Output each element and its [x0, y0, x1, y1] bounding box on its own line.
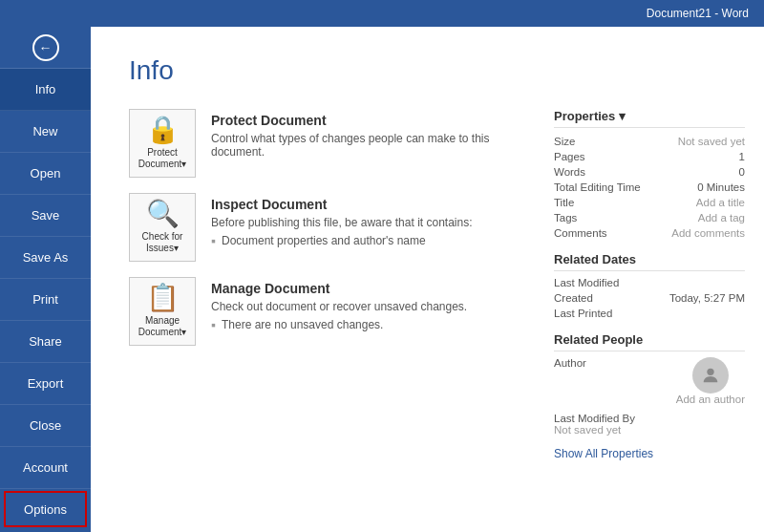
- inspect-document-text: Inspect Document Before publishing this …: [211, 193, 473, 248]
- inspect-document-item: 🔍 Check forIssues▾ Inspect Document Befo…: [129, 193, 516, 262]
- lock-icon: 🔒: [146, 117, 180, 143]
- prop-title-label: Title: [554, 197, 640, 208]
- prop-words-label: Words: [554, 166, 640, 178]
- info-items-panel: 🔒 ProtectDocument▾ Protect Document Cont…: [129, 109, 516, 513]
- prop-words: Words 0: [554, 166, 745, 178]
- sidebar-item-new[interactable]: New: [0, 111, 91, 153]
- manage-document-item: 📋 ManageDocument▾ Manage Document Check …: [129, 277, 516, 346]
- content-body: 🔒 ProtectDocument▾ Protect Document Cont…: [129, 109, 764, 513]
- protect-document-desc: Control what types of changes people can…: [211, 132, 516, 159]
- sidebar-item-share[interactable]: Share: [0, 321, 91, 363]
- prop-title: Title Add a title: [554, 197, 745, 208]
- title-bar-text: Document21 - Word: [647, 7, 749, 20]
- sidebar-item-save[interactable]: Save: [0, 195, 91, 237]
- properties-panel: Properties ▾ Size Not saved yet Pages 1 …: [554, 109, 764, 513]
- properties-heading[interactable]: Properties ▾: [554, 109, 745, 128]
- sidebar-item-print[interactable]: Print: [0, 279, 91, 321]
- author-row: Author Add an author: [554, 357, 745, 405]
- manage-subitem-1: ▪ There are no unsaved changes.: [211, 317, 467, 332]
- bullet-icon: ▪: [211, 233, 216, 248]
- back-icon: ←: [32, 34, 59, 61]
- protect-document-text: Protect Document Control what types of c…: [211, 109, 516, 161]
- main-content: Info 🔒 ProtectDocument▾ Protect Document…: [91, 27, 764, 532]
- prop-words-value: 0: [739, 166, 745, 178]
- app-container: ← Info New Open Save Save As Print Share…: [0, 27, 764, 532]
- last-modified-by-label: Last Modified By: [554, 413, 745, 424]
- prop-comments-label: Comments: [554, 227, 640, 239]
- manage-document-title: Manage Document: [211, 281, 467, 296]
- prop-editing-time-label: Total Editing Time: [554, 181, 641, 193]
- prop-size-value: Not saved yet: [678, 136, 745, 147]
- prop-size: Size Not saved yet: [554, 136, 745, 147]
- sidebar-item-export[interactable]: Export: [0, 363, 91, 405]
- related-date-created: Created Today, 5:27 PM: [554, 292, 745, 304]
- last-printed-label: Last Printed: [554, 308, 612, 319]
- inspect-icon: 🔍: [146, 201, 180, 227]
- prop-editing-time-value: 0 Minutes: [697, 181, 745, 193]
- last-modified-by-value: Not saved yet: [554, 424, 745, 436]
- back-button[interactable]: ←: [0, 27, 91, 69]
- manage-icon: 📋: [146, 285, 180, 311]
- sidebar: ← Info New Open Save Save As Print Share…: [0, 27, 91, 532]
- prop-editing-time: Total Editing Time 0 Minutes: [554, 181, 745, 193]
- avatar: [692, 357, 729, 394]
- inspect-document-desc: Before publishing this file, be aware th…: [211, 216, 473, 229]
- manage-document-text: Manage Document Check out document or re…: [211, 277, 467, 332]
- author-info: Author: [554, 357, 667, 371]
- manage-document-button[interactable]: 📋 ManageDocument▾: [129, 277, 196, 346]
- prop-title-value[interactable]: Add a title: [696, 197, 745, 208]
- sidebar-item-options[interactable]: Options: [4, 491, 87, 527]
- related-people-heading: Related People: [554, 332, 745, 351]
- prop-size-label: Size: [554, 136, 640, 147]
- sidebar-item-save-as[interactable]: Save As: [0, 237, 91, 279]
- prop-comments: Comments Add comments: [554, 227, 745, 239]
- created-value: Today, 5:27 PM: [669, 292, 745, 304]
- sidebar-item-close[interactable]: Close: [0, 405, 91, 447]
- inspect-document-title: Inspect Document: [211, 197, 473, 212]
- manage-icon-label: ManageDocument▾: [138, 315, 187, 338]
- bullet-icon-2: ▪: [211, 317, 216, 332]
- title-bar: Document21 - Word: [0, 0, 764, 27]
- check-for-issues-button[interactable]: 🔍 Check forIssues▾: [129, 193, 196, 262]
- inspect-subitem-1: ▪ Document properties and author's name: [211, 233, 473, 248]
- related-date-last-modified: Last Modified: [554, 277, 745, 288]
- protect-document-title: Protect Document: [211, 113, 516, 128]
- page-title: Info: [129, 55, 764, 86]
- prop-pages-value: 1: [739, 151, 745, 162]
- prop-tags-value[interactable]: Add a tag: [698, 212, 745, 223]
- svg-point-0: [707, 369, 713, 375]
- protect-icon-label: ProtectDocument▾: [138, 147, 187, 170]
- prop-pages-label: Pages: [554, 151, 640, 162]
- inspect-icon-label: Check forIssues▾: [142, 231, 183, 254]
- sidebar-item-open[interactable]: Open: [0, 153, 91, 195]
- sidebar-item-account[interactable]: Account: [0, 447, 91, 489]
- author-label: Author: [554, 357, 667, 369]
- prop-pages: Pages 1: [554, 151, 745, 162]
- sidebar-item-info[interactable]: Info: [0, 69, 91, 111]
- prop-tags-label: Tags: [554, 212, 640, 223]
- show-all-properties-link[interactable]: Show All Properties: [554, 447, 653, 460]
- last-modified-label: Last Modified: [554, 277, 619, 288]
- created-label: Created: [554, 292, 593, 304]
- manage-document-desc: Check out document or recover unsaved ch…: [211, 300, 467, 313]
- prop-comments-value[interactable]: Add comments: [671, 227, 745, 239]
- related-date-last-printed: Last Printed: [554, 308, 745, 319]
- related-dates-heading: Related Dates: [554, 252, 745, 271]
- last-modified-by-row: Last Modified By Not saved yet: [554, 413, 745, 436]
- protect-document-item: 🔒 ProtectDocument▾ Protect Document Cont…: [129, 109, 516, 178]
- add-author-label[interactable]: Add an author: [676, 394, 745, 405]
- prop-tags: Tags Add a tag: [554, 212, 745, 223]
- protect-document-button[interactable]: 🔒 ProtectDocument▾: [129, 109, 196, 178]
